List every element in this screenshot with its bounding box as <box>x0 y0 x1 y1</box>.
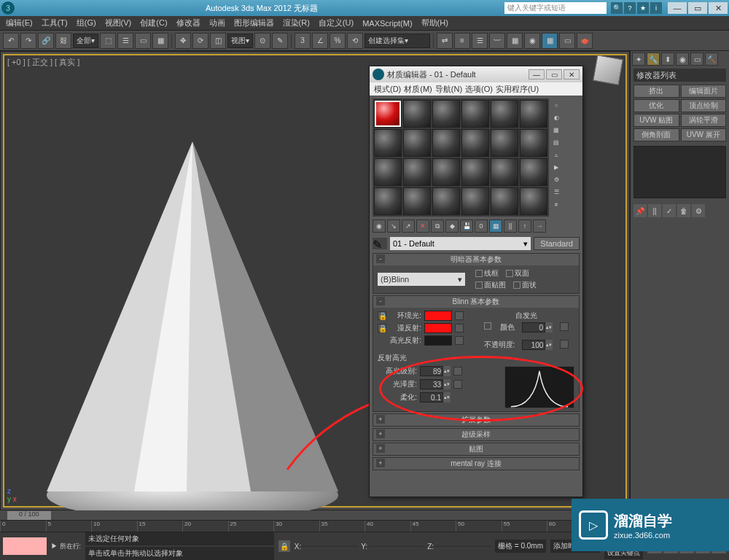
material-slot[interactable] <box>374 129 402 157</box>
self-illum-color-checkbox[interactable] <box>484 322 491 330</box>
video-check-icon[interactable]: ▵ <box>550 149 562 160</box>
specular-map-button[interactable] <box>455 336 464 345</box>
mod-btn-bevel[interactable]: 倒角剖面 <box>634 128 679 141</box>
align-button[interactable]: ≡ <box>454 33 470 49</box>
specular-color-swatch[interactable] <box>424 335 452 346</box>
tab-utilities[interactable]: 🔨 <box>705 52 718 66</box>
menu-create[interactable]: 创建(C) <box>137 18 170 28</box>
material-slot[interactable] <box>461 129 489 157</box>
modifier-stack[interactable] <box>634 146 726 198</box>
rollout-header[interactable]: -Blinn 基本参数 <box>373 296 579 308</box>
menu-graph[interactable]: 图形编辑器 <box>231 18 277 28</box>
twosided-checkbox[interactable] <box>506 270 513 277</box>
tab-motion[interactable]: ◉ <box>676 52 689 66</box>
select-region-button[interactable]: ▭ <box>135 33 151 49</box>
mat-menu-options[interactable]: 选项(O) <box>465 84 493 95</box>
go-forward-icon[interactable]: → <box>533 219 546 233</box>
ambient-color-swatch[interactable] <box>424 311 452 321</box>
material-slot[interactable] <box>432 187 460 215</box>
get-material-icon[interactable]: ◉ <box>373 219 386 233</box>
put-to-lib-icon[interactable]: 💾 <box>460 219 473 233</box>
menu-animation[interactable]: 动画 <box>206 18 228 28</box>
pin-stack-icon[interactable]: 📌 <box>634 204 647 217</box>
material-slot[interactable] <box>491 129 518 157</box>
tab-display[interactable]: ▭ <box>690 52 703 66</box>
wire-checkbox[interactable] <box>475 270 483 277</box>
facemap-checkbox[interactable] <box>475 281 483 289</box>
mat-minimize-button[interactable]: — <box>529 69 545 79</box>
material-slot[interactable] <box>432 158 460 186</box>
info-icon[interactable]: i <box>650 2 662 14</box>
redo-button[interactable]: ↷ <box>20 33 36 49</box>
material-slot-1[interactable] <box>374 100 402 128</box>
soften-spinner[interactable]: 0.1 <box>420 392 443 402</box>
material-slot[interactable] <box>403 187 431 215</box>
mat-menu-material[interactable]: 材质(M) <box>404 84 432 95</box>
undo-button[interactable]: ↶ <box>3 33 19 49</box>
pick-material-icon[interactable]: ✎ <box>373 238 387 249</box>
reset-map-icon[interactable]: ✕ <box>416 219 429 233</box>
material-type-button[interactable]: Standard <box>534 237 580 250</box>
diffuse-map-button[interactable] <box>455 324 464 332</box>
manip-button[interactable]: ✎ <box>272 33 288 49</box>
material-slot[interactable] <box>491 100 518 128</box>
material-editor-titlebar[interactable]: 材质编辑器 - 01 - Default — ▭ ✕ <box>370 66 582 82</box>
mirror-button[interactable]: ⇄ <box>437 33 453 49</box>
mod-btn-uvwmap[interactable]: UVW 贴图 <box>634 114 679 127</box>
mat-maximize-button[interactable]: ▭ <box>546 69 562 79</box>
mod-btn-optimize[interactable]: 优化 <box>634 99 679 112</box>
mod-btn-vertexpaint[interactable]: 顶点绘制 <box>681 99 727 112</box>
help-icon[interactable]: ? <box>624 2 636 14</box>
material-editor-window[interactable]: 材质编辑器 - 01 - Default — ▭ ✕ 模式(D) 材质(M) 导… <box>369 66 583 497</box>
ref-coord-dropdown[interactable]: 视图 ▾ <box>227 34 253 48</box>
self-illum-spinner[interactable]: 0 <box>522 322 545 332</box>
close-button[interactable]: ✕ <box>709 2 728 14</box>
material-slot[interactable] <box>403 100 431 128</box>
render-setup-button[interactable]: ▦ <box>542 33 558 49</box>
menu-maxscript[interactable]: MAXScript(M) <box>359 19 415 28</box>
matid-icon[interactable]: # <box>550 199 562 209</box>
link-button[interactable]: 🔗 <box>38 33 54 49</box>
mod-btn-uvwunwrap[interactable]: UVW 展开 <box>681 128 727 141</box>
select-by-mat-icon[interactable]: ☰ <box>550 187 562 197</box>
configure-icon[interactable]: ⚙ <box>692 204 705 217</box>
show-map-icon[interactable]: ▦ <box>489 219 502 233</box>
material-slot[interactable] <box>520 100 547 128</box>
lock-selection-icon[interactable]: 🔒 <box>278 540 290 552</box>
menu-edit[interactable]: 编辑(E) <box>3 18 36 28</box>
menu-tools[interactable]: 工具(T) <box>39 18 71 28</box>
material-slot[interactable] <box>520 129 547 157</box>
material-slot[interactable] <box>491 158 518 186</box>
menu-group[interactable]: 组(G) <box>74 18 99 28</box>
gloss-map-button[interactable] <box>453 380 462 389</box>
script-listener[interactable] <box>3 537 47 555</box>
material-slot[interactable] <box>374 187 402 215</box>
menu-bar[interactable]: 编辑(E) 工具(T) 组(G) 视图(V) 创建(C) 修改器 动画 图形编辑… <box>0 16 729 31</box>
menu-customize[interactable]: 自定义(U) <box>316 18 356 28</box>
coord-z-field[interactable] <box>435 545 491 547</box>
percent-snap[interactable]: % <box>330 33 346 49</box>
make-copy-icon[interactable]: ⧉ <box>431 219 444 233</box>
make-preview-icon[interactable]: ▶ <box>550 162 562 172</box>
background-icon[interactable]: ▦ <box>550 125 562 135</box>
assign-to-sel-icon[interactable]: ↗ <box>402 219 415 233</box>
coord-x-field[interactable] <box>303 545 358 547</box>
angle-snap[interactable]: ∠ <box>312 33 328 49</box>
render-button[interactable]: 🫖 <box>577 33 593 49</box>
sample-uv-icon[interactable]: ▤ <box>550 137 562 147</box>
specular-level-spinner[interactable]: 89 <box>420 366 443 376</box>
lock-ambient-icon[interactable]: 🔒 <box>378 311 386 320</box>
spec-level-map-button[interactable] <box>453 367 462 376</box>
rotate-button[interactable]: ⟳ <box>192 33 208 49</box>
make-unique-mat-icon[interactable]: ◆ <box>445 219 459 233</box>
material-editor-button[interactable]: ◉ <box>524 33 540 49</box>
named-selection-dropdown[interactable]: 创建选择集 ▾ <box>364 34 430 48</box>
go-parent-icon[interactable]: ↑ <box>518 219 531 233</box>
self-illum-map-button[interactable] <box>560 322 569 331</box>
opacity-map-button[interactable] <box>560 340 569 349</box>
selection-filter-dropdown[interactable]: 全部 ▾ <box>73 34 98 48</box>
layers-button[interactable]: ☰ <box>472 33 488 49</box>
mat-menu-util[interactable]: 实用程序(U) <box>496 84 539 95</box>
menu-modifiers[interactable]: 修改器 <box>174 18 203 28</box>
move-button[interactable]: ✥ <box>175 33 191 49</box>
